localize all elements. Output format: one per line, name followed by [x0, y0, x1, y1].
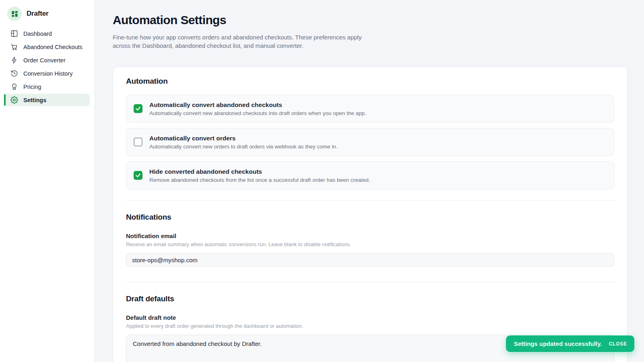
draft-defaults-section-heading: Draft defaults — [126, 294, 614, 303]
toast-message: Settings updated successfully. — [514, 340, 602, 347]
toggle-label: Automatically convert abandoned checkout… — [149, 101, 366, 109]
checkbox-auto-convert-abandoned-checkouts[interactable] — [134, 104, 142, 113]
sidebar-item-label: Abandoned Checkouts — [23, 44, 83, 50]
toggle-label: Automatically convert orders — [149, 135, 337, 142]
checkbox-hide-converted-checkouts[interactable] — [134, 171, 142, 180]
toggle-text: Automatically convert abandoned checkout… — [149, 101, 366, 116]
brand-name: Drafter — [27, 10, 48, 18]
settings-card: Automation Automatically convert abandon… — [113, 67, 627, 362]
checkbox-auto-convert-orders[interactable] — [134, 138, 142, 146]
cart-icon — [10, 43, 18, 51]
toggle-description: Remove abandoned checkouts from the list… — [149, 177, 370, 183]
main-content: Automation Settings Fine-tune how your a… — [95, 0, 644, 362]
toggle-text: Hide converted abandoned checkouts Remov… — [149, 168, 370, 183]
notification-email-label: Notification email — [126, 232, 614, 239]
sidebar-item-abandoned-checkouts[interactable]: Abandoned Checkouts — [4, 41, 90, 53]
toggle-auto-convert-abandoned-checkouts[interactable]: Automatically convert abandoned checkout… — [126, 95, 614, 123]
sidebar-item-label: Dashboard — [23, 31, 52, 37]
history-icon — [10, 70, 18, 77]
sidebar-item-label: Pricing — [23, 84, 41, 90]
toggle-description: Automatically convert new orders to draf… — [149, 144, 337, 150]
sidebar: Drafter Dashboard Abandoned Check — [0, 0, 95, 362]
brand: Drafter — [0, 6, 95, 22]
toast-close-button[interactable]: CLOSE — [609, 341, 627, 347]
toggle-description: Automatically convert new abandoned chec… — [149, 110, 366, 116]
badge-icon — [10, 83, 18, 90]
app-root: Drafter Dashboard Abandoned Check — [0, 0, 644, 362]
default-draft-note-help: Applied to every draft order generated t… — [126, 323, 614, 329]
drafter-logo-icon — [7, 6, 22, 21]
automation-section-heading: Automation — [126, 77, 614, 86]
section-divider — [126, 200, 614, 201]
gear-icon — [10, 96, 18, 104]
sidebar-item-label: Conversion History — [23, 70, 73, 77]
sidebar-item-pricing[interactable]: Pricing — [4, 80, 90, 93]
section-divider — [126, 282, 614, 282]
sidebar-item-conversion-history[interactable]: Conversion History — [4, 67, 90, 80]
toggle-text: Automatically convert orders Automatical… — [149, 135, 337, 150]
sidebar-item-order-converter[interactable]: Order Converter — [4, 54, 90, 66]
sidebar-nav: Dashboard Abandoned Checkouts Order C — [0, 27, 95, 106]
dashboard-icon — [10, 30, 18, 37]
toast: Settings updated successfully. CLOSE — [506, 335, 634, 352]
toggle-hide-converted-checkouts[interactable]: Hide converted abandoned checkouts Remov… — [126, 161, 614, 189]
notifications-section-heading: Notifications — [126, 213, 614, 222]
toggle-auto-convert-orders[interactable]: Automatically convert orders Automatical… — [126, 128, 614, 156]
default-draft-note-label: Default draft note — [126, 314, 614, 321]
lightning-icon — [10, 56, 18, 64]
sidebar-item-label: Settings — [23, 97, 46, 103]
sidebar-item-label: Order Converter — [23, 57, 66, 64]
notification-email-input[interactable] — [126, 253, 614, 267]
sidebar-item-settings[interactable]: Settings — [4, 94, 90, 106]
sidebar-item-dashboard[interactable]: Dashboard — [4, 27, 90, 40]
page-title: Automation Settings — [113, 13, 627, 27]
toggle-label: Hide converted abandoned checkouts — [149, 168, 370, 175]
page-subtitle: Fine-tune how your app converts orders a… — [113, 33, 363, 50]
notification-email-help: Receive an email summary when automatic … — [126, 241, 614, 247]
